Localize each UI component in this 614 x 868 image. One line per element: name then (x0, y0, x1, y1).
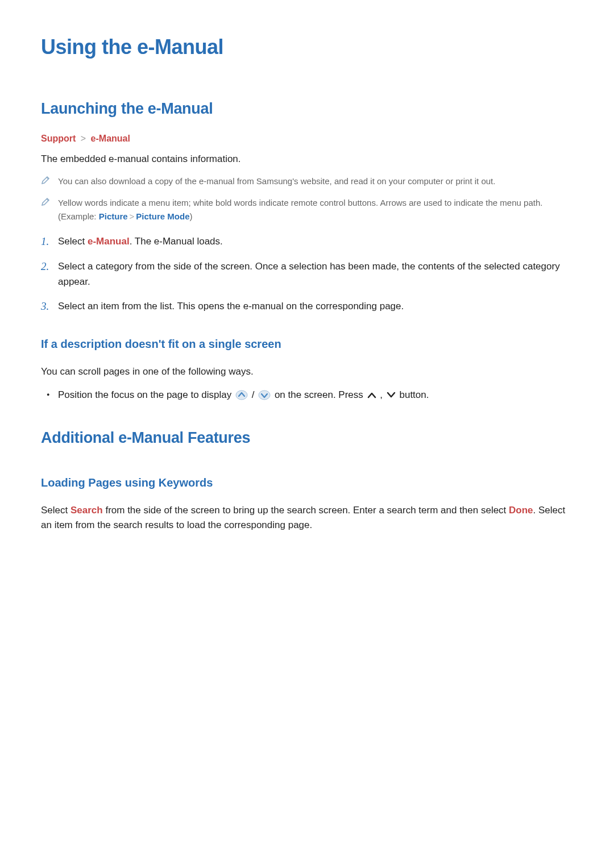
scroll-intro-text: You can scroll pages in one of the follo… (41, 364, 573, 379)
svg-point-1 (259, 391, 270, 400)
breadcrumb-separator: > (81, 134, 86, 143)
step-text: . The e-Manual loads. (130, 236, 223, 247)
bullet-text: , (380, 389, 385, 400)
note-text: You can also download a copy of the e-ma… (58, 176, 495, 186)
bullet-text: Position the focus on the page to displa… (58, 389, 234, 400)
bullet-text: button. (399, 389, 429, 400)
paragraph-text: from the side of the screen to bring up … (103, 505, 509, 516)
step-item: Select e-Manual. The e-Manual loads. (41, 234, 573, 249)
note-item: Yellow words indicate a menu item; white… (41, 196, 573, 223)
intro-text: The embedded e-manual contains informati… (41, 152, 573, 167)
paragraph-text: Select (41, 505, 70, 516)
svg-point-0 (236, 391, 247, 400)
breadcrumb: Support > e-Manual (41, 134, 573, 144)
example-menu-b: Picture Mode (136, 211, 189, 221)
step-text: Select an item from the list. This opens… (58, 301, 404, 312)
menu-item-emanual: e-Manual (88, 236, 130, 247)
subheading-loading-keywords: Loading Pages using Keywords (41, 476, 573, 489)
note-text: ) (190, 211, 193, 221)
bullet-list: Position the focus on the page to displa… (41, 387, 573, 402)
section-launching: Launching the e-Manual Support > e-Manua… (41, 100, 573, 403)
steps-list: Select e-Manual. The e-Manual loads. Sel… (41, 234, 573, 314)
example-menu-a: Picture (99, 211, 128, 221)
bullet-item: Position the focus on the page to displa… (41, 387, 573, 402)
bullet-text: on the screen. Press (275, 389, 366, 400)
keywords-paragraph: Select Search from the side of the scree… (41, 503, 573, 533)
pencil-icon (41, 197, 50, 206)
section-additional-features: Additional e-Manual Features Loading Pag… (41, 429, 573, 533)
section-heading-launching: Launching the e-Manual (41, 100, 573, 118)
scroll-up-badge-icon (235, 390, 248, 400)
page-container: Using the e-Manual Launching the e-Manua… (0, 0, 614, 533)
menu-item-done: Done (509, 505, 533, 516)
step-text: Select (58, 236, 88, 247)
subheading-description-fit: If a description doesn't fit on a single… (41, 338, 573, 351)
breadcrumb-item-emanual: e-Manual (91, 134, 130, 143)
menu-item-search: Search (70, 505, 103, 516)
bullet-text: / (252, 389, 257, 400)
step-text: Select a category from the side of the s… (58, 261, 560, 287)
section-heading-additional: Additional e-Manual Features (41, 429, 573, 447)
scroll-down-badge-icon (258, 390, 271, 400)
note-item: You can also download a copy of the e-ma… (41, 175, 573, 188)
breadcrumb-item-support: Support (41, 134, 76, 143)
step-item: Select a category from the side of the s… (41, 259, 573, 289)
chevron-up-icon (367, 392, 376, 398)
note-list: You can also download a copy of the e-ma… (41, 175, 573, 223)
chevron-down-icon (387, 392, 396, 398)
page-title: Using the e-Manual (41, 35, 573, 59)
pencil-icon (41, 176, 50, 185)
example-separator: > (130, 211, 135, 221)
step-item: Select an item from the list. This opens… (41, 298, 573, 314)
